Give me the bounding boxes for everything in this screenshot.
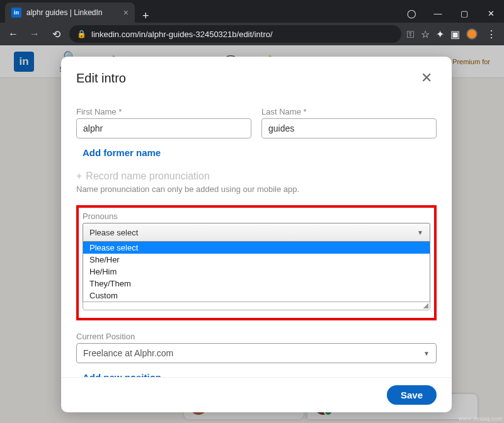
pronunciation-hint: Name pronunciation can only be added usi… bbox=[76, 184, 437, 194]
pronouns-section-highlighted: Pronouns Please select ▼ Please select S… bbox=[76, 205, 437, 320]
lock-icon: 🔒 bbox=[77, 30, 86, 38]
forward-button: → bbox=[26, 26, 43, 42]
pronoun-option-please-select[interactable]: Please select bbox=[83, 242, 430, 254]
new-tab-button[interactable]: + bbox=[135, 9, 157, 23]
address-bar[interactable]: 🔒 linkedin.com/in/alphr-guides-32450321b… bbox=[69, 25, 401, 43]
record-pronunciation: + Record name pronunciation bbox=[76, 171, 437, 182]
plus-icon: + bbox=[76, 171, 82, 182]
pronoun-option-custom[interactable]: Custom bbox=[83, 290, 430, 302]
tab-title: alphr guides | LinkedIn bbox=[26, 8, 118, 17]
maximize-button[interactable]: ▢ bbox=[451, 4, 478, 23]
add-former-name-link[interactable]: Add former name bbox=[83, 147, 437, 158]
tab-close-icon[interactable]: × bbox=[123, 8, 129, 18]
save-button[interactable]: Save bbox=[387, 385, 437, 405]
caret-down-icon: ▼ bbox=[417, 229, 423, 236]
caret-down-icon: ▼ bbox=[423, 350, 430, 357]
reload-button[interactable]: ⟲ bbox=[48, 26, 64, 42]
close-window-button[interactable]: ✕ bbox=[478, 4, 504, 23]
cast-icon[interactable]: ▣ bbox=[450, 28, 460, 40]
watermark: www.deuaq.com bbox=[459, 415, 503, 422]
pronoun-option-they-them[interactable]: They/Them bbox=[83, 278, 430, 290]
last-name-label: Last Name * bbox=[261, 107, 437, 116]
modal-title: Edit intro bbox=[76, 71, 126, 86]
linkedin-favicon: in bbox=[11, 8, 21, 18]
minimize-button[interactable]: — bbox=[425, 4, 451, 23]
close-icon[interactable]: ✕ bbox=[416, 68, 437, 88]
star-icon[interactable]: ☆ bbox=[421, 28, 430, 40]
account-icon[interactable]: ◯ bbox=[398, 4, 425, 23]
browser-menu-icon[interactable]: ⋮ bbox=[484, 28, 499, 40]
pronouns-dropdown: Please select She/Her He/Him They/Them C… bbox=[83, 242, 430, 302]
current-position-select[interactable]: Freelance at Alphr.com ▼ bbox=[76, 343, 437, 363]
pronoun-textarea-resize[interactable] bbox=[83, 302, 430, 310]
url-text: linkedin.com/in/alphr-guides-32450321b/e… bbox=[91, 30, 273, 39]
pronoun-option-she-her[interactable]: She/Her bbox=[83, 254, 430, 266]
current-position-label: Current Position bbox=[76, 332, 437, 341]
add-new-position-link[interactable]: Add new position bbox=[83, 372, 437, 377]
last-name-input[interactable] bbox=[261, 118, 437, 138]
browser-tab[interactable]: in alphr guides | LinkedIn × bbox=[5, 3, 135, 23]
first-name-input[interactable] bbox=[76, 118, 251, 138]
edit-intro-modal: Edit intro ✕ First Name * Last Name * Ad… bbox=[61, 57, 452, 412]
pronouns-label: Pronouns bbox=[83, 212, 430, 221]
key-icon[interactable]: ⚿ bbox=[406, 30, 415, 39]
pronoun-option-he-him[interactable]: He/Him bbox=[83, 266, 430, 278]
profile-avatar[interactable] bbox=[466, 28, 478, 40]
pronouns-select[interactable]: Please select ▼ bbox=[83, 223, 430, 242]
back-button[interactable]: ← bbox=[5, 26, 21, 42]
first-name-label: First Name * bbox=[76, 107, 251, 116]
extensions-icon[interactable]: ✦ bbox=[436, 28, 444, 40]
